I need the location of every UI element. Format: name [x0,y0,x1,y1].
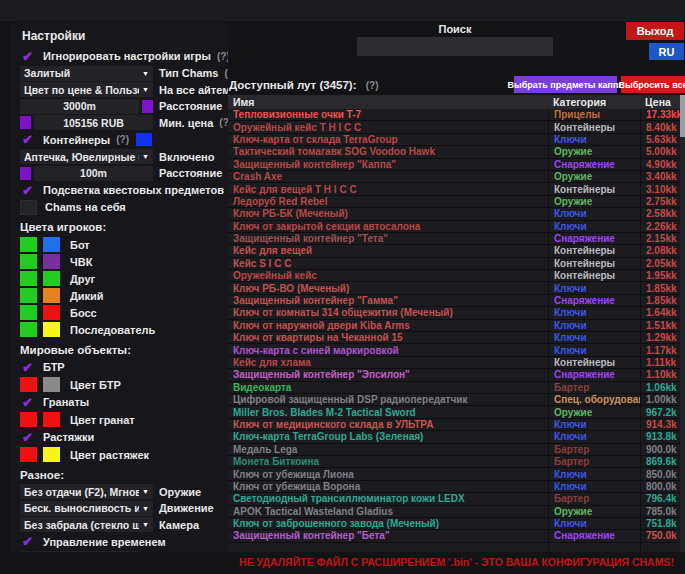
table-row[interactable]: Монета БиткоинаБартер869.6k [228,456,685,468]
color-boss-swatch-color[interactable] [43,305,60,320]
loot-count-label: Доступный лут (3457): [229,79,356,91]
color-tripwires-swatch-color[interactable] [43,447,60,462]
btr-checkbox[interactable]: ✔ [20,360,35,375]
color-grenades-swatch-color[interactable] [43,412,60,427]
exit-button[interactable]: Выход [626,22,684,40]
min-price-input[interactable]: 105156 RUB [34,115,153,130]
table-row[interactable]: Ключ-карта от склада TerraGroupКлючи5.63… [228,134,685,146]
table-row[interactable]: Светодиодный трансиллюминатор кожи LEDXБ… [228,493,685,505]
weapon-mods-row: Без отдачи (F2), Мгновенное п▼Оружие [10,484,228,499]
color-pmc-row: ЧВК [10,253,228,270]
table-row[interactable]: Защищенный контейнер "Гамма"Снаряжение1.… [228,295,685,307]
chams-type-dropdown[interactable]: Залитый▼ [20,66,153,81]
table-row[interactable]: Оружейный кейс T H I C CКонтейнеры8.40kk [228,121,685,133]
table-row[interactable]: Ключ от квартиры на Чеканной 15Ключи1.29… [228,332,685,344]
color-boss-swatch-visible[interactable] [20,305,37,320]
ignore-game-settings-checkbox[interactable]: ✔ [20,49,35,64]
table-row[interactable]: Ключ от заброшенного завода (Меченый)Клю… [228,518,685,530]
color-bot-swatch-color[interactable] [43,237,60,252]
table-row[interactable]: Ключ от убежища ЛионаКлючи850.0k [228,468,685,480]
color-friend-swatch-visible[interactable] [20,271,37,286]
item-category-cell: Контейнеры [548,183,640,194]
scrollbar-thumb[interactable] [680,95,685,137]
search-input[interactable] [357,37,553,56]
movement-mods-dropdown[interactable]: Беск. выносливость и нет устал▼ [20,501,153,516]
item-name-cell: Защищенный контейнер "Бета" [228,530,548,541]
table-row[interactable]: Защищенный контейнер "Эпсилон"Снаряжение… [228,369,685,381]
table-row[interactable]: Защищенный контейнер "Каппа"Снаряжение4.… [228,159,685,171]
item-price-cell: 1.51kk [640,320,685,331]
table-row[interactable]: Ключ-карта с синей маркировкойКлючи1.17k… [228,344,685,356]
containers-checkbox[interactable]: ✔ [20,132,35,147]
color-tripwires-row: Цвет растяжек [10,446,228,463]
table-row[interactable]: Защищенный контейнер "Тета"Снаряжение2.1… [228,233,685,245]
color-scav-swatch-color[interactable] [43,288,60,303]
table-row[interactable]: Ключ РБ-БК (Меченый)Ключи2.58kk [228,208,685,220]
containers-distance-color-swatch[interactable] [20,167,31,180]
table-row[interactable]: Ключ РБ-ВО (Меченый)Ключи1.85kk [228,282,685,294]
all-items-color-mode-dropdown[interactable]: Цвет по цене & Пользователь▼ [20,82,153,97]
table-row[interactable]: Ледоруб Red RebelОружие2.75kk [228,196,685,208]
table-row[interactable]: Miller Bros. Blades M-2 Tactical SwordОр… [228,406,685,418]
containers-color-swatch[interactable] [136,133,152,146]
table-row[interactable]: Цифровой защищенный DSP радиопередатчикС… [228,394,685,406]
color-pmc-swatch-visible[interactable] [20,254,37,269]
containers-filter-dropdown[interactable]: Аптечка, Ювелирные и...▼ [20,149,153,164]
color-follower-swatch-color[interactable] [43,322,60,337]
checkbox-label: Растяжки [43,431,94,443]
item-name-cell: Miller Bros. Blades M-2 Tactical Sword [228,407,548,418]
item-name-cell: Ключ от закрытой секции автосалона [228,221,548,232]
time-control-checkbox[interactable]: ✔ [20,534,35,549]
containers-distance-input[interactable]: 100m [34,166,153,181]
color-follower-swatch-visible[interactable] [20,322,37,337]
table-row[interactable]: Ключ от комнаты 314 общежития (Меченый)К… [228,307,685,319]
color-pmc-swatch-color[interactable] [43,254,60,269]
camera-mods-dropdown[interactable]: Без забрала (стекло шлема)▼ [20,517,153,532]
color-grenades-swatch-visible[interactable] [20,412,37,427]
discard-all-button[interactable]: Выбросить все [621,76,685,93]
language-button[interactable]: RU [649,43,684,60]
table-row[interactable]: Оружейный кейсКонтейнеры1.95kk [228,270,685,282]
item-name-cell: Ключ от заброшенного завода (Меченый) [228,518,548,529]
table-row[interactable]: Кейс для хламаКонтейнеры1.11kk [228,357,685,369]
table-row[interactable] [228,543,685,552]
table-row[interactable]: Ключ от убежища ВоронаКлючи800.0k [228,481,685,493]
table-row[interactable]: Ключ от медицинского склада в УЛЬТРАКлюч… [228,419,685,431]
quest-items-highlight-checkbox[interactable]: ✔ [20,183,35,198]
table-row[interactable]: Ключ-карта TerraGroup Labs (Зеленая)Ключ… [228,431,685,443]
tripwires-checkbox[interactable]: ✔ [20,430,35,445]
item-category-cell: Ключи [548,221,640,232]
help-icon: (?) [224,68,228,79]
weapon-mods-dropdown[interactable]: Без отдачи (F2), Мгновенное п▼ [20,484,153,499]
table-row[interactable]: Кейс S I C CКонтейнеры2.05kk [228,258,685,270]
min-price-color-swatch[interactable] [20,116,31,129]
table-row[interactable]: Защищенный контейнер "Бета"Снаряжение750… [228,530,685,542]
chams-self-checkbox[interactable] [20,200,37,215]
table-scrollbar[interactable] [680,95,685,552]
color-tripwires-swatch-visible[interactable] [20,447,37,462]
color-btr-swatch-color[interactable] [43,377,60,392]
table-row[interactable]: Ключ от наружной двери Kiba ArmsКлючи1.5… [228,320,685,332]
distance-input[interactable]: 3000m [20,99,139,114]
color-bot-swatch-visible[interactable] [20,237,37,252]
item-name-cell: Монета Биткоина [228,456,548,467]
table-row[interactable]: Кейс для вещей T H I C CКонтейнеры3.10kk [228,183,685,195]
item-price-cell: 4.90kk [640,159,685,170]
table-row[interactable]: Тактический томагавк SOG Voodoo HawkОруж… [228,146,685,158]
color-scav-swatch-visible[interactable] [20,288,37,303]
table-row[interactable]: APOK Tactical Wasteland GladiusОружие785… [228,506,685,518]
item-price-cell: 1.00kk [640,394,685,405]
chams-config-window: Настройки ✔Игнорировать настройки игры(?… [0,0,685,574]
table-row[interactable]: ВидеокартаБартер1.06kk [228,382,685,394]
table-row[interactable]: Тепловизионные очки T-7Прицелы17.33kk [228,109,685,121]
table-row[interactable]: Ключ от закрытой секции автосалонаКлючи2… [228,221,685,233]
table-row[interactable]: Кейс для вещейКонтейнеры2.08kk [228,245,685,257]
color-friend-swatch-color[interactable] [43,271,60,286]
table-row[interactable]: Медаль LegaБартер900.0k [228,444,685,456]
table-row[interactable]: Crash AxeОружие3.40kk [228,171,685,183]
select-kappa-items-button[interactable]: Выбрать предметы каппа [514,76,617,93]
color-btr-swatch-visible[interactable] [20,377,37,392]
item-name-cell: Ледоруб Red Rebel [228,196,548,207]
distance-color-swatch[interactable] [142,100,153,113]
grenades-checkbox[interactable]: ✔ [20,395,35,410]
